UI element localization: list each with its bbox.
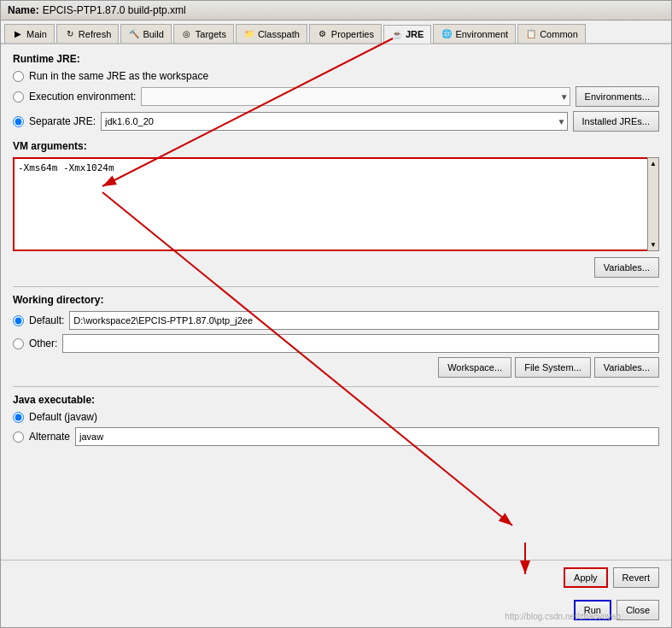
vm-variables-button[interactable]: Variables... [594,257,659,278]
tab-common-label: Common [540,29,578,39]
classpath-icon: 📁 [243,28,255,40]
working-dir-buttons: Workspace... File System... Variables... [13,357,659,378]
alternate-input[interactable] [75,427,659,446]
title-label: Name: [8,4,39,16]
tab-targets[interactable]: ◎ Targets [173,24,234,43]
title-bar: Name: EPCIS-PTP1.87.0 build-ptp.xml [1,1,671,21]
refresh-icon: ↻ [64,28,76,40]
alternate-label: Alternate [29,431,70,443]
default-dir-row: Default: [13,311,659,330]
content-area: Runtime JRE: Run in the same JRE as the … [1,44,671,560]
alternate-javaw-row: Alternate [13,427,659,446]
revert-button[interactable]: Revert [613,567,659,588]
separate-jre-row: Separate JRE: jdk1.6.0_20 ▼ Installed JR… [13,111,659,132]
default-dir-radio[interactable] [13,315,24,326]
tab-build[interactable]: 🔨 Build [120,24,171,43]
default-dir-input [69,311,659,330]
jre-option1-row: Run in the same JRE as the workspace [13,70,659,82]
close-button[interactable]: Close [616,600,659,620]
build-icon: 🔨 [128,28,140,40]
footer-row: Apply Revert [1,560,671,595]
textarea-scrollbar[interactable]: ▲ ▼ [647,157,659,251]
tab-refresh-label: Refresh [79,29,112,39]
other-dir-radio[interactable] [13,338,24,349]
exec-env-radio[interactable] [13,91,24,103]
java-executable-section: Java executable: Default (javaw) Alterna… [13,394,659,446]
default-javaw-label: Default (javaw) [29,411,97,423]
separate-jre-dropdown[interactable]: jdk1.6.0_20 [101,112,567,131]
exec-env-row: Execution environment: ▼ Environments... [13,86,659,107]
title-value: EPCIS-PTP1.87.0 build-ptp.xml [43,4,186,16]
wd-variables-button[interactable]: Variables... [594,357,659,378]
jre-workspace-label: Run in the same JRE as the workspace [29,70,208,82]
working-directory-label: Working directory: [13,294,659,306]
working-directory-section: Working directory: Default: Other: Works… [13,294,659,378]
main-icon: ▶ [12,28,24,40]
java-executable-label: Java executable: [13,394,659,406]
other-dir-input[interactable] [62,334,659,353]
common-icon: 📋 [525,28,537,40]
properties-icon: ⚙ [317,28,329,40]
other-dir-label: Other: [29,337,57,349]
default-javaw-radio[interactable] [13,412,24,423]
targets-icon: ◎ [181,28,193,40]
default-javaw-row: Default (javaw) [13,411,659,423]
tab-classpath[interactable]: 📁 Classpath [236,24,307,43]
installed-jres-button[interactable]: Installed JREs... [573,111,659,132]
vm-textarea-wrapper: -Xms64m -Xmx1024m ▲ ▼ [13,157,659,254]
exec-env-label: Execution environment: [29,91,136,103]
tabs-bar: ▶ Main ↻ Refresh 🔨 Build ◎ Targets 📁 Cla… [1,21,671,44]
tab-jre[interactable]: ☕ JRE [383,25,431,44]
alternate-radio[interactable] [13,431,24,443]
other-dir-row: Other: [13,334,659,353]
vm-variables-row: Variables... [13,257,659,278]
jre-workspace-radio[interactable] [13,71,24,82]
jre-icon: ☕ [391,28,403,40]
separate-jre-label: Separate JRE: [29,115,96,127]
separator1 [13,286,659,287]
scrollbar-down-arrow: ▼ [650,241,657,249]
exec-env-dropdown[interactable] [141,87,570,106]
tab-classpath-label: Classpath [258,29,300,39]
tab-common[interactable]: 📋 Common [517,24,586,43]
tab-main[interactable]: ▶ Main [4,24,55,43]
vm-arguments-textarea[interactable]: -Xms64m -Xmx1024m [13,157,659,251]
file-system-button[interactable]: File System... [515,357,591,378]
environments-button[interactable]: Environments... [576,86,659,107]
tab-refresh[interactable]: ↻ Refresh [56,24,120,43]
workspace-button[interactable]: Workspace... [438,357,511,378]
tab-properties-label: Properties [331,29,374,39]
footer-bottom-row: Run Close [1,595,671,627]
tab-properties[interactable]: ⚙ Properties [309,24,382,43]
run-button[interactable]: Run [574,600,611,620]
tab-environment[interactable]: 🌐 Environment [433,24,516,43]
tab-main-label: Main [26,29,47,39]
tab-targets-label: Targets [196,29,226,39]
vm-arguments-section: VM arguments: -Xms64m -Xmx1024m ▲ ▼ Vari… [13,140,659,278]
runtime-jre-section: Runtime JRE: Run in the same JRE as the … [13,53,659,132]
tab-environment-label: Environment [455,29,508,39]
separate-jre-dropdown-wrapper: jdk1.6.0_20 ▼ [101,112,567,131]
scrollbar-up-arrow: ▲ [650,160,657,167]
separate-jre-radio[interactable] [13,116,24,127]
vm-arguments-label: VM arguments: [13,140,659,152]
exec-env-dropdown-wrapper: ▼ [141,87,570,106]
environment-icon: 🌐 [441,28,453,40]
default-dir-label: Default: [29,314,64,326]
separator2 [13,386,659,387]
apply-button[interactable]: Apply [564,567,608,588]
runtime-jre-label: Runtime JRE: [13,53,659,65]
tab-jre-label: JRE [406,29,424,39]
tab-build-label: Build [143,29,163,39]
